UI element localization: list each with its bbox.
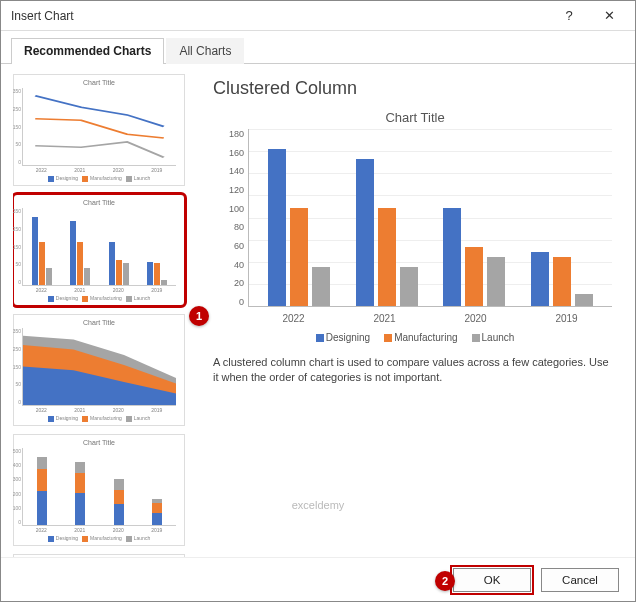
tab-all-charts[interactable]: All Charts (166, 38, 244, 64)
x-axis: 2022202120202019 (218, 307, 612, 328)
line-icon (23, 88, 176, 165)
dialog-title: Insert Chart (11, 9, 549, 23)
help-button[interactable]: ? (549, 2, 589, 30)
thumb-plot: 350250150500 (22, 208, 176, 286)
bar (575, 294, 593, 306)
bar (268, 149, 286, 306)
thumb-title: Chart Title (18, 199, 180, 206)
thumb-plot: 5004003002001000 (22, 448, 176, 526)
cancel-button[interactable]: Cancel (541, 568, 619, 592)
bar-group (531, 129, 593, 306)
tab-bar: Recommended Charts All Charts (1, 31, 635, 64)
bar (378, 208, 396, 306)
bar (553, 257, 571, 306)
bar (356, 159, 374, 307)
annotation-1: 1 (189, 306, 209, 326)
titlebar: Insert Chart ? ✕ (1, 1, 635, 31)
bar-group (356, 129, 418, 306)
chart-thumb-stacked-column[interactable]: Chart Title 5004003002001000 20222021202… (13, 434, 185, 546)
dialog-footer: 2 OK Cancel (1, 557, 635, 601)
chart-thumb-clustered-column[interactable]: Chart Title 350250150500 202220212020201… (13, 194, 185, 306)
chart-description: A clustered column chart is used to comp… (213, 355, 617, 385)
thumb-plot: 350250150500 (22, 88, 176, 166)
main-panel: Clustered Column Chart Title 18016014012… (207, 74, 623, 557)
bar (312, 267, 330, 306)
watermark: exceldemy (292, 499, 345, 511)
area-icon (23, 328, 176, 405)
bar (443, 208, 461, 306)
y-axis: 180160140120100806040200 (218, 129, 248, 307)
annotation-2: 2 (435, 571, 455, 591)
preview-title: Chart Title (218, 110, 612, 125)
bar (290, 208, 308, 306)
ok-button[interactable]: OK (453, 568, 531, 592)
chart-type-heading: Clustered Column (213, 78, 617, 99)
legend-swatch-manufacturing (384, 334, 392, 342)
thumb-title: Chart Title (18, 79, 180, 86)
tab-recommended[interactable]: Recommended Charts (11, 38, 164, 64)
legend-swatch-designing (316, 334, 324, 342)
bar (400, 267, 418, 306)
thumb-title: Chart Title (18, 319, 180, 326)
bar-group (268, 129, 330, 306)
bar-group (443, 129, 505, 306)
dialog-body: Chart Title 350250150500 202220212020201… (1, 64, 635, 557)
legend: Designing Manufacturing Launch (218, 332, 612, 343)
thumb-title: Chart Title (18, 439, 180, 446)
legend-swatch-launch (472, 334, 480, 342)
chart-thumb-line[interactable]: Chart Title 350250150500 202220212020201… (13, 74, 185, 186)
insert-chart-dialog: Insert Chart ? ✕ Recommended Charts All … (0, 0, 636, 602)
preview-plot: 180160140120100806040200 (218, 129, 612, 307)
plot-area (248, 129, 612, 307)
thumb-plot: 350250150500 (22, 328, 176, 406)
bar (487, 257, 505, 306)
chart-thumb-stacked-area[interactable]: Chart Title 350250150500 202220212020201… (13, 314, 185, 426)
bar (465, 247, 483, 306)
chart-thumbnail-list[interactable]: Chart Title 350250150500 202220212020201… (13, 74, 199, 557)
close-button[interactable]: ✕ (589, 2, 629, 30)
chart-preview[interactable]: Chart Title 180160140120100806040200 202… (213, 105, 617, 345)
bar (531, 252, 549, 306)
